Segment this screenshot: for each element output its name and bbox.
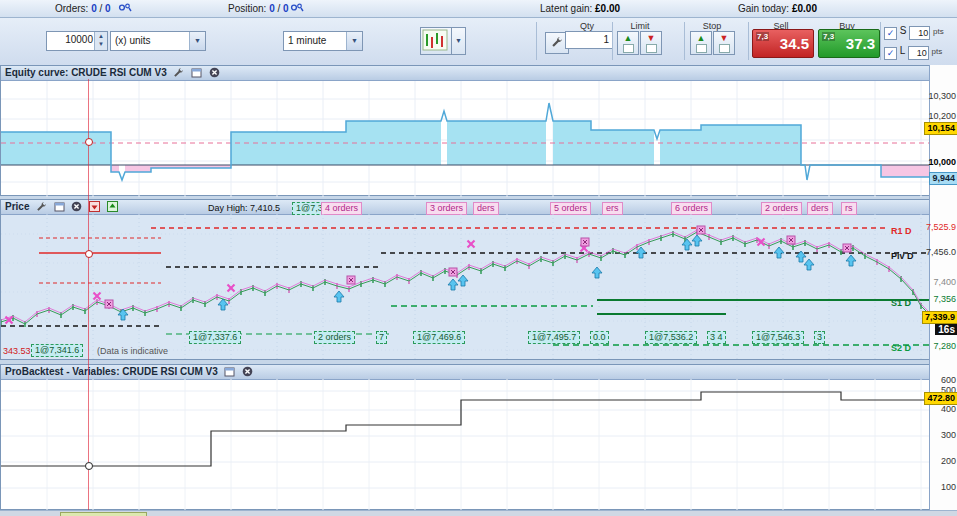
buy-limit-button[interactable]: ▲ xyxy=(617,31,639,55)
top-status-bar: Orders: 0 / 0 Position: 0 / 0 Latent gai… xyxy=(0,0,957,18)
s-label: S xyxy=(900,25,907,36)
axis-label: 400 xyxy=(941,404,956,415)
svg-text:Piv D: Piv D xyxy=(891,251,914,261)
axis-label: 100 xyxy=(941,482,956,493)
stop-setting-row: ✓ S 10 pts xyxy=(884,24,944,40)
probacktest-panel-header[interactable]: ProBacktest - Variables: CRUDE RSI CUM V… xyxy=(1,365,929,380)
orders-label: Orders: xyxy=(55,3,88,14)
toolbar-separator xyxy=(536,22,537,60)
crosshair-point xyxy=(85,250,93,258)
svg-text:S1 D: S1 D xyxy=(891,298,912,308)
pending-order-fragment[interactable]: 0.0 xyxy=(590,331,609,344)
price-panel-title: Price xyxy=(5,201,29,212)
quantity-value: 10000 xyxy=(49,34,93,45)
orders-slash: / xyxy=(99,3,102,14)
equity-panel-header[interactable]: Equity curve: CRUDE RSI CUM V3 xyxy=(1,66,929,81)
wrench-icon[interactable] xyxy=(35,201,47,212)
order-qty-input[interactable]: 1 xyxy=(565,31,613,49)
window-icon[interactable] xyxy=(190,68,202,79)
l-pts-input[interactable]: 10 xyxy=(908,46,929,60)
s-pts-value: 10 xyxy=(918,28,928,38)
pending-order-fragment[interactable]: 7 xyxy=(376,331,387,344)
position-label: Position: xyxy=(228,3,266,14)
bottom-panel-box xyxy=(60,512,147,516)
pending-order-tag[interactable]: 1@7,469.6 xyxy=(413,331,465,344)
pending-order-tag[interactable]: 1@7,337.6 xyxy=(189,331,241,344)
limit-header: Limit xyxy=(630,21,649,31)
sell-price: 34.5 xyxy=(780,35,809,52)
stepper-arrows[interactable]: ▲▼ xyxy=(94,32,107,50)
svg-text:R1 D: R1 D xyxy=(891,226,912,236)
chart-type-button[interactable] xyxy=(420,27,452,55)
wrench-icon[interactable] xyxy=(172,67,184,78)
equity-panel-title: Equity curve: CRUDE RSI CUM V3 xyxy=(5,67,167,78)
bottom-panel-edge xyxy=(0,510,957,516)
data-indicative-label: (Data is indicative xyxy=(97,346,168,356)
axis-label: 200 xyxy=(941,456,956,467)
pending-order-tag[interactable]: 1@7,495.7 xyxy=(528,331,580,344)
axis-label: 7,280 xyxy=(933,341,956,352)
pending-order-tag[interactable]: 1@7,536.2 xyxy=(645,331,697,344)
axis-label: 10,154 xyxy=(924,122,957,135)
close-icon[interactable] xyxy=(241,366,253,377)
timeframe-value: 1 minute xyxy=(288,35,326,46)
latent-gain-label: Latent gain: xyxy=(540,3,592,14)
close-icon[interactable] xyxy=(71,201,83,212)
equity-curve-chart[interactable] xyxy=(1,81,930,197)
chevron-down-icon[interactable]: ▼ xyxy=(189,32,205,50)
window-icon[interactable] xyxy=(224,367,236,378)
toolbar-separator xyxy=(612,22,613,60)
arrow-down-icon: ▼ xyxy=(714,32,734,44)
sell-marker-icon[interactable] xyxy=(89,201,101,212)
orders-total: 0 xyxy=(105,3,111,14)
position-open: 0 xyxy=(269,3,275,14)
crosshair-point xyxy=(85,462,93,470)
axis-label: 7,525.9 xyxy=(926,222,956,233)
pending-order-fragment[interactable]: 3 xyxy=(814,331,825,344)
position-settings-icon[interactable] xyxy=(290,2,304,15)
qty-header: Qty xyxy=(580,21,594,31)
position-total: 0 xyxy=(283,3,289,14)
buy-button[interactable]: 7,3 37.3 xyxy=(818,29,880,58)
pending-order-tag[interactable]: 1@7,546.3 xyxy=(752,331,804,344)
close-icon[interactable] xyxy=(208,67,220,78)
s-checkbox[interactable]: ✓ xyxy=(884,27,897,40)
axis-label: 10,200 xyxy=(928,111,956,122)
gain-today-label: Gain today: xyxy=(738,3,789,14)
timeframe-dropdown[interactable]: 1 minute ▼ xyxy=(283,31,363,51)
wrench-icon xyxy=(551,36,563,48)
window-icon[interactable] xyxy=(53,202,65,213)
pending-order-fragment[interactable]: 3 4 xyxy=(707,331,726,344)
buy-marker-icon[interactable] xyxy=(106,201,118,212)
order-ticket-icon xyxy=(719,44,730,53)
chart-type-menu-arrow[interactable]: ▼ xyxy=(451,27,466,55)
pending-order-tag[interactable]: 2 orders xyxy=(314,331,355,344)
units-dropdown[interactable]: (x) units ▼ xyxy=(110,31,206,51)
order-ticket-icon xyxy=(623,44,634,53)
quantity-stepper[interactable]: 10000 ▲▼ xyxy=(46,31,108,51)
position-slash: / xyxy=(277,3,280,14)
order-ticket-icon xyxy=(696,44,707,53)
order-ticket-icon xyxy=(646,44,657,53)
s-pts-label: pts xyxy=(933,27,944,36)
sell-button[interactable]: 7,3 34.5 xyxy=(752,29,814,58)
sell-limit-button[interactable]: ▼ xyxy=(640,31,662,55)
sell-stop-button[interactable]: ▼ xyxy=(713,31,735,55)
arrow-up-icon: ▲ xyxy=(691,32,711,44)
axis-label: 16s xyxy=(935,324,957,335)
probacktest-panel: ProBacktest - Variables: CRUDE RSI CUM V… xyxy=(0,364,930,510)
price-axis-gutter[interactable]: 10,30010,20010,15410,0009,9447,525.97,45… xyxy=(929,65,957,516)
axis-label: 9,944 xyxy=(929,172,957,185)
s-pts-input[interactable]: 10 xyxy=(909,26,930,40)
orders-status: Orders: 0 / 0 xyxy=(55,2,111,15)
day-high-label: Day High: 7,410.5 xyxy=(208,203,280,213)
crosshair-point xyxy=(85,138,93,146)
backtest-variables-chart[interactable] xyxy=(1,379,930,510)
stop-header: Stop xyxy=(703,21,722,31)
order-tag[interactable]: 1@7,341.6 xyxy=(31,344,83,357)
orders-settings-icon[interactable] xyxy=(118,2,132,15)
buy-stop-button[interactable]: ▲ xyxy=(690,31,712,55)
chevron-down-icon[interactable]: ▼ xyxy=(346,32,362,50)
l-checkbox[interactable]: ✓ xyxy=(884,47,897,60)
price-panel: Price Day High: 7,410.5 1@7,346.4 4 orde… xyxy=(0,199,930,360)
